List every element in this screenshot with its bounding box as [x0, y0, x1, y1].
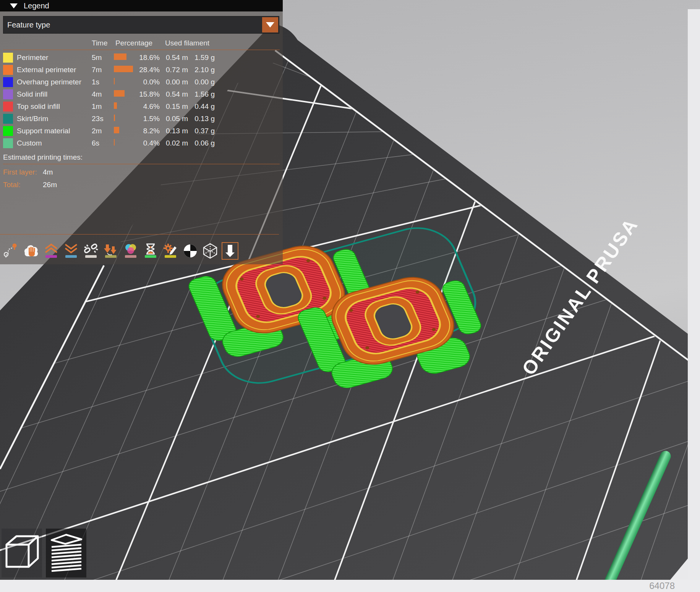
feature-color-swatch [3, 77, 13, 87]
feature-percentage: 28.4% [136, 66, 160, 74]
feature-row: Overhang perimeter1s0.0%0.00 m0.00 g [3, 76, 280, 88]
feature-name: External perimeter [17, 66, 92, 74]
travels-icon[interactable] [3, 242, 20, 260]
cube-icon [3, 532, 40, 574]
feature-percentage: 0.0% [136, 78, 160, 86]
column-used-filament: Used filament [160, 39, 215, 47]
feature-time: 6s [92, 139, 114, 147]
feature-name: Top solid infill [17, 102, 92, 111]
legend-collapse-header[interactable]: Legend [0, 0, 283, 11]
viewport-right-margin [688, 9, 700, 592]
custom-gcodes-icon[interactable] [162, 242, 179, 260]
total-row: Total: 26m [3, 178, 280, 191]
status-number: 64078 [649, 581, 675, 591]
legend-body: Feature type Time Percentage Used filame… [0, 11, 283, 264]
feature-color-swatch [3, 102, 13, 112]
feature-filament-weight: 0.06 g [188, 139, 215, 147]
feature-row: Custom6s0.4%0.02 m0.06 g [3, 137, 280, 149]
separator [3, 50, 280, 50]
first-layer-value: 4m [43, 168, 280, 176]
tool-marker-icon[interactable] [222, 242, 238, 260]
legend-toolbar [3, 242, 238, 260]
feature-filament-weight: 1.56 g [188, 90, 215, 99]
color-changes-icon[interactable] [122, 242, 139, 260]
estimated-times-title: Estimated printing times: [3, 153, 280, 162]
feature-row: Top solid infill1m4.6%0.15 m0.44 g [3, 100, 280, 113]
separator [3, 164, 280, 164]
feature-filament-length: 0.00 m [160, 78, 188, 86]
feature-time: 23s [92, 115, 114, 123]
wipe-icon[interactable] [23, 242, 40, 260]
seams-icon[interactable] [83, 242, 99, 260]
feature-color-swatch [3, 65, 13, 75]
first-layer-row: First layer: 4m [3, 166, 280, 178]
legend-title: Legend [24, 2, 49, 10]
status-bar: 64078 [0, 580, 700, 592]
feature-percentage: 18.6% [136, 53, 160, 62]
feature-time: 1m [92, 102, 114, 111]
percentage-bar [114, 102, 117, 109]
feature-name: Custom [17, 139, 92, 147]
feature-name: Solid infill [17, 90, 92, 99]
feature-filament-length: 0.15 m [160, 102, 188, 111]
feature-percentage: 1.5% [136, 115, 160, 123]
feature-filament-length: 0.54 m [160, 90, 188, 99]
dropdown-arrow-button[interactable] [262, 17, 278, 32]
feature-row: Support material2m8.2%0.13 m0.37 g [3, 125, 280, 137]
feature-filament-length: 0.05 m [160, 115, 188, 123]
percentage-bar [114, 115, 115, 121]
feature-row: Perimeter5m18.6%0.54 m1.59 g [3, 52, 280, 64]
feature-bar-cell [114, 139, 136, 147]
retractions-icon[interactable] [43, 242, 60, 260]
feature-row: Skirt/Brim23s1.5%0.05 m0.13 g [3, 113, 280, 125]
percentage-bar [114, 90, 125, 97]
view-type-dropdown[interactable]: Feature type [3, 16, 279, 34]
center-of-mass-icon[interactable] [182, 242, 199, 260]
percentage-bar [114, 66, 133, 72]
legend-panel: Legend Feature type Time Percentage Used… [0, 0, 283, 264]
feature-time: 7m [92, 66, 114, 74]
layers-icon [48, 532, 84, 574]
first-layer-label: First layer: [3, 168, 43, 176]
feature-name: Perimeter [17, 53, 92, 62]
feature-percentage: 8.2% [136, 127, 160, 135]
feature-time: 1s [92, 78, 114, 86]
feature-color-swatch [3, 89, 13, 99]
column-time: Time [92, 39, 114, 47]
feature-filament-weight: 0.13 g [188, 115, 215, 123]
feature-color-swatch [3, 126, 13, 136]
feature-row: External perimeter7m28.4%0.72 m2.10 g [3, 64, 280, 76]
feature-filament-length: 0.54 m [160, 53, 188, 62]
tool-changes-icon[interactable] [102, 242, 119, 260]
feature-time: 4m [92, 90, 114, 99]
feature-color-swatch [3, 138, 13, 148]
feature-rows: Perimeter5m18.6%0.54 m1.59 gExternal per… [3, 52, 280, 149]
feature-percentage: 4.6% [136, 102, 160, 111]
column-percentage: Percentage [114, 39, 160, 47]
feature-name: Support material [17, 127, 92, 135]
total-label: Total: [3, 181, 43, 189]
deretractions-icon[interactable] [63, 242, 79, 260]
percentage-bar [114, 53, 126, 60]
view-mode-switch [2, 529, 86, 577]
separator [0, 234, 279, 235]
chevron-down-icon [266, 22, 274, 27]
feature-filament-weight: 0.44 g [188, 102, 215, 111]
feature-color-swatch [3, 114, 13, 124]
feature-filament-length: 0.13 m [160, 127, 188, 135]
percentage-bar [114, 139, 115, 146]
feature-table-header: Time Percentage Used filament [3, 37, 280, 49]
view-3d-button[interactable] [2, 529, 42, 577]
feature-filament-weight: 1.59 g [188, 53, 215, 62]
feature-time: 2m [92, 127, 114, 135]
pause-prints-icon[interactable] [142, 242, 159, 260]
shells-icon[interactable] [202, 242, 219, 260]
view-layers-button[interactable] [46, 529, 86, 577]
view-type-selected: Feature type [3, 21, 50, 29]
feature-filament-length: 0.02 m [160, 139, 188, 147]
feature-color-swatch [3, 53, 13, 63]
feature-name: Skirt/Brim [17, 115, 92, 123]
feature-name: Overhang perimeter [17, 78, 92, 86]
total-value: 26m [43, 181, 280, 189]
feature-filament-weight: 0.37 g [188, 127, 215, 135]
